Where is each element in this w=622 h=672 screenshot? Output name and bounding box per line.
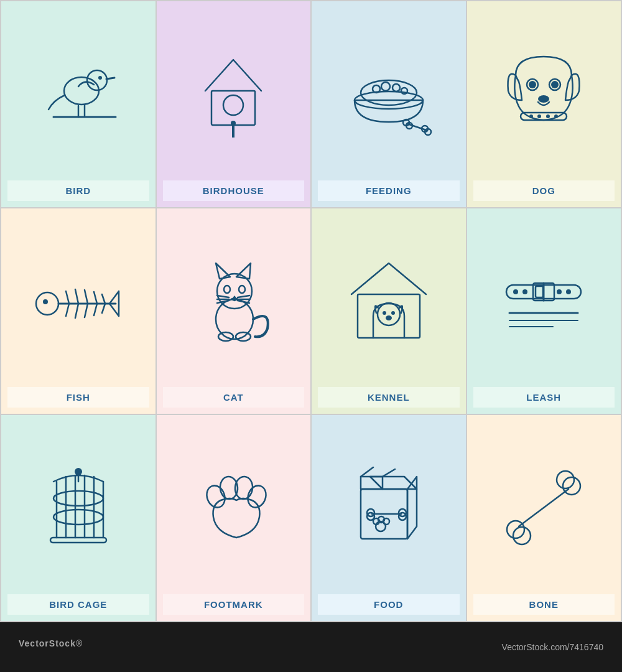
cat-icon-area	[163, 215, 305, 388]
svg-point-44	[43, 299, 48, 304]
svg-point-70	[522, 289, 527, 294]
svg-point-8	[223, 95, 243, 115]
svg-point-29	[537, 114, 541, 118]
svg-line-106	[519, 489, 569, 526]
svg-point-72	[566, 289, 571, 294]
cell-birdcage: BIRD CAGE	[1, 414, 156, 622]
svg-point-0	[64, 77, 99, 105]
svg-marker-47	[216, 263, 230, 279]
svg-point-10	[231, 121, 236, 126]
svg-line-42	[94, 304, 97, 315]
svg-line-36	[85, 290, 88, 304]
footer: VectorStock® VectorStock.com/7416740	[0, 622, 622, 672]
svg-point-64	[386, 315, 392, 320]
svg-point-32	[36, 292, 58, 315]
svg-line-34	[66, 291, 69, 304]
trademark: ®	[76, 638, 83, 648]
bird-label: BIRD	[7, 180, 149, 201]
food-label: FOOD	[318, 594, 460, 615]
footmark-icon-area	[163, 421, 305, 594]
footer-url: VectorStock.com/7416740	[502, 642, 603, 652]
cat-label: CAT	[163, 387, 305, 408]
brand-name: VectorStock®	[19, 638, 83, 655]
svg-point-49	[224, 286, 230, 293]
birdcage-label: BIRD CAGE	[7, 594, 149, 615]
birdcage-icon-area	[7, 421, 149, 594]
dog-label: DOG	[473, 180, 615, 201]
svg-point-85	[53, 491, 103, 506]
svg-line-35	[75, 289, 78, 304]
svg-point-26	[538, 95, 549, 103]
svg-point-71	[557, 289, 562, 294]
cell-fish: FISH	[1, 208, 156, 415]
bone-icon-area	[473, 421, 615, 594]
svg-line-40	[75, 304, 78, 318]
footmark-label: FOOTMARK	[163, 594, 305, 615]
leash-label: LEASH	[473, 387, 615, 408]
fish-label: FISH	[7, 387, 149, 408]
feeding-icon-area	[318, 7, 460, 180]
svg-rect-78	[50, 538, 106, 543]
svg-point-76	[75, 468, 82, 475]
kennel-label: KENNEL	[318, 387, 460, 408]
svg-point-90	[245, 483, 269, 510]
svg-point-15	[392, 84, 400, 91]
cell-leash: LEASH	[466, 208, 622, 415]
fish-icon-area	[7, 215, 149, 388]
cell-bone: BONE	[466, 414, 622, 622]
dog-icon-area	[473, 7, 615, 180]
cell-kennel: KENNEL	[311, 208, 466, 415]
svg-point-63	[391, 311, 395, 315]
cell-birdhouse: BIRDHOUSE	[156, 1, 312, 208]
cell-food: FOOD	[311, 414, 466, 622]
svg-point-30	[546, 114, 550, 118]
svg-line-96	[383, 469, 395, 477]
svg-point-86	[53, 510, 103, 525]
svg-marker-51	[232, 296, 237, 299]
food-icon-area	[318, 421, 460, 594]
cell-footmark: FOOTMARK	[156, 414, 312, 622]
cell-bird: BIRD	[1, 1, 156, 208]
svg-marker-93	[407, 477, 417, 539]
kennel-icon-area	[318, 215, 460, 388]
svg-point-31	[554, 114, 558, 118]
svg-point-14	[381, 82, 390, 91]
bird-icon-area	[7, 7, 149, 180]
bone-label: BONE	[473, 594, 615, 615]
cell-dog: DOG	[466, 1, 622, 208]
svg-point-28	[529, 114, 533, 118]
feeding-label: FEEDING	[318, 180, 460, 201]
birdhouse-label: BIRDHOUSE	[163, 180, 305, 201]
svg-line-95	[361, 467, 373, 477]
svg-point-50	[239, 286, 245, 293]
svg-line-41	[85, 304, 88, 317]
icon-grid: BIRD BIRDHOUSE	[0, 0, 622, 622]
svg-line-2	[106, 78, 114, 79]
svg-point-61	[378, 303, 400, 325]
svg-point-62	[383, 311, 386, 315]
svg-point-22	[529, 81, 536, 88]
svg-point-24	[551, 81, 559, 88]
cell-cat: CAT	[156, 208, 312, 415]
svg-rect-67	[536, 286, 543, 297]
birdhouse-icon-area	[163, 7, 305, 180]
svg-point-1	[87, 70, 107, 90]
svg-line-37	[94, 292, 97, 304]
svg-point-3	[98, 76, 102, 80]
svg-line-55	[238, 296, 249, 297]
cell-feeding: FEEDING	[311, 1, 466, 208]
svg-line-39	[66, 304, 69, 316]
svg-point-69	[513, 289, 518, 294]
leash-icon-area	[473, 215, 615, 388]
svg-line-43	[102, 304, 105, 313]
svg-line-38	[102, 294, 105, 304]
